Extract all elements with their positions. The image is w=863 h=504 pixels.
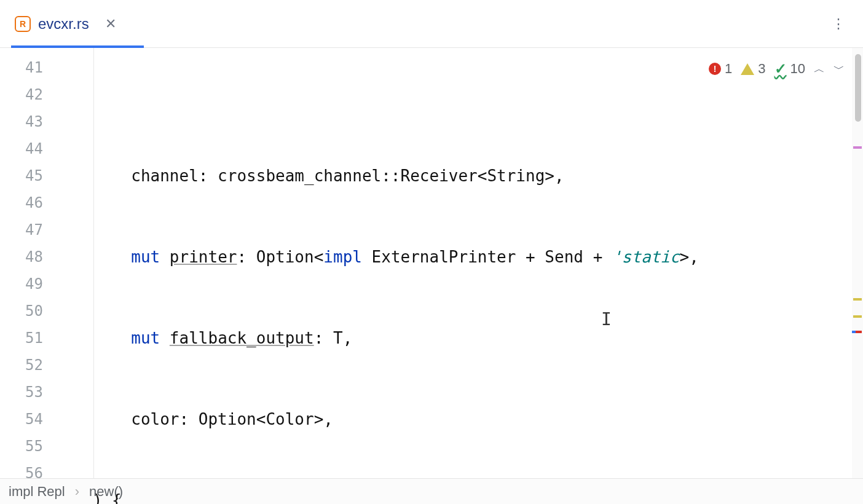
line-number: 44 [0, 135, 43, 162]
line-number: 41 [0, 54, 43, 81]
line-number: 56 [0, 460, 43, 487]
line-number: 42 [0, 81, 43, 108]
tab-filename: evcxr.rs [38, 15, 89, 33]
line-number: 49 [0, 270, 43, 297]
code-line[interactable]: mut fallback_output: T, [54, 325, 863, 352]
chevron-down-icon[interactable]: ﹀ [833, 55, 845, 82]
line-number: 43 [0, 108, 43, 135]
code-line[interactable]: ) { [54, 487, 863, 504]
weak-warning-count[interactable]: ✓10 [774, 55, 805, 82]
tab-bar: R evcxr.rs ✕ ⋮ [0, 0, 863, 48]
line-number: 48 [0, 243, 43, 270]
line-gutter: 41 42 43 44 45 46 47 48 49 50 51 52 53 5… [0, 48, 54, 478]
error-stripe-mark[interactable] [852, 331, 856, 333]
warning-icon [741, 63, 754, 75]
text-cursor-icon: I [601, 306, 612, 333]
error-icon: ! [709, 63, 721, 75]
code-area[interactable]: !1 3 ✓10 ︿ ﹀ channel: crossbeam_channel:… [54, 48, 863, 478]
editor[interactable]: 41 42 43 44 45 46 47 48 49 50 51 52 53 5… [0, 48, 863, 478]
line-number: 52 [0, 352, 43, 379]
line-number: 45 [0, 162, 43, 189]
rust-file-icon: R [15, 16, 31, 32]
error-stripe[interactable] [852, 48, 863, 478]
line-number: 54 [0, 406, 43, 433]
line-number: 46 [0, 189, 43, 216]
warning-count[interactable]: 3 [741, 55, 765, 82]
file-tab[interactable]: R evcxr.rs ✕ [11, 0, 128, 47]
line-number: 50 [0, 297, 43, 325]
check-icon: ✓ [774, 55, 787, 82]
scrollbar-thumb[interactable] [855, 54, 861, 122]
error-stripe-mark[interactable] [853, 298, 862, 301]
error-stripe-mark[interactable] [853, 315, 862, 318]
line-number: 55 [0, 433, 43, 460]
code-line[interactable]: mut printer: Option<impl ExternalPrinter… [54, 243, 863, 270]
line-number: 53 [0, 379, 43, 406]
code-line[interactable]: color: Option<Color>, [54, 406, 863, 433]
line-number: 47 [0, 216, 43, 243]
close-icon[interactable]: ✕ [105, 16, 116, 32]
error-count[interactable]: !1 [709, 55, 732, 82]
line-number: 51 [0, 325, 43, 352]
code-line[interactable]: channel: crossbeam_channel::Receiver<Str… [54, 162, 863, 189]
chevron-up-icon[interactable]: ︿ [814, 55, 825, 82]
more-menu-icon[interactable]: ⋮ [832, 16, 846, 32]
inspection-status[interactable]: !1 3 ✓10 ︿ ﹀ [709, 55, 845, 82]
error-stripe-mark[interactable] [853, 146, 862, 149]
